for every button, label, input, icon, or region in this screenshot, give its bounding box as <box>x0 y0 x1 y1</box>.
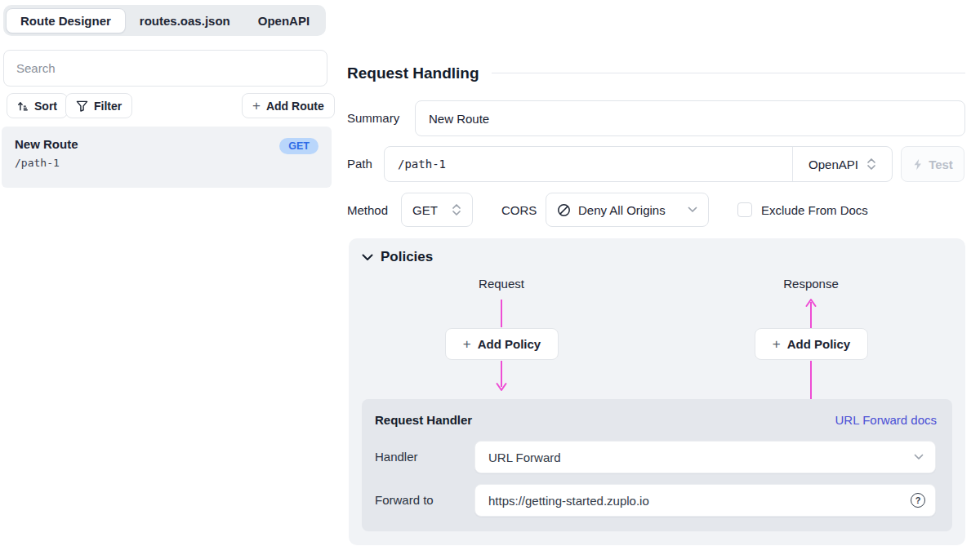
forward-to-label: Forward to <box>375 493 434 507</box>
request-pipeline-label: Request <box>440 277 563 291</box>
request-handler-title: Request Handler <box>375 413 472 427</box>
path-input[interactable] <box>385 147 792 181</box>
tab-route-designer[interactable]: Route Designer <box>6 8 126 33</box>
ban-icon <box>557 203 571 217</box>
request-connector-line <box>501 300 502 327</box>
method-badge: GET <box>279 138 318 154</box>
policies-collapse-toggle[interactable]: Policies <box>362 249 433 265</box>
route-path: /path-1 <box>15 157 318 169</box>
exclude-from-docs-checkbox[interactable] <box>737 202 752 217</box>
path-label: Path <box>347 157 372 171</box>
plus-icon: + <box>463 337 471 351</box>
filter-icon <box>76 100 88 112</box>
tab-openapi[interactable]: OpenAPI <box>244 9 323 33</box>
chevron-down-icon <box>688 206 697 213</box>
exclude-from-docs-label: Exclude From Docs <box>761 203 868 217</box>
request-handler-section: Request Handler URL Forward docs Handler… <box>362 399 952 531</box>
add-policy-label: Add Policy <box>478 337 541 351</box>
help-icon[interactable]: ? <box>911 493 925 508</box>
cors-select[interactable]: Deny All Origins <box>546 193 709 227</box>
tab-routes-oas-json[interactable]: routes.oas.json <box>126 9 244 33</box>
summary-input[interactable] <box>415 100 965 136</box>
cors-value: Deny All Origins <box>578 203 680 217</box>
route-name: New Route <box>15 137 318 151</box>
sort-icon <box>17 100 29 112</box>
route-list-item[interactable]: New Route /path-1 GET <box>2 127 332 188</box>
path-format-value: OpenAPI <box>808 158 858 171</box>
policies-title: Policies <box>381 249 433 265</box>
url-forward-docs-link[interactable]: URL Forward docs <box>835 413 937 427</box>
route-designer-page: Route Designer routes.oas.json OpenAPI S… <box>0 0 980 555</box>
add-route-label: Add Route <box>266 100 324 113</box>
forward-to-field: ? <box>474 484 936 517</box>
chevron-down-icon <box>362 254 373 261</box>
handler-label: Handler <box>375 450 418 464</box>
page-title: Request Handling <box>347 64 479 82</box>
path-field-group: OpenAPI <box>384 146 893 182</box>
method-value: GET <box>412 203 438 217</box>
search-input[interactable] <box>3 50 327 87</box>
add-response-policy-button[interactable]: + Add Policy <box>755 328 868 360</box>
path-format-select[interactable]: OpenAPI <box>793 147 892 181</box>
summary-label: Summary <box>347 111 399 125</box>
add-request-policy-button[interactable]: + Add Policy <box>445 328 559 360</box>
zap-icon <box>912 158 924 171</box>
request-arrow-down <box>496 361 507 392</box>
add-policy-label: Add Policy <box>787 337 851 351</box>
method-label: Method <box>347 203 388 217</box>
sort-label: Sort <box>34 100 57 113</box>
forward-to-input[interactable] <box>488 494 911 508</box>
test-button[interactable]: Test <box>901 146 964 182</box>
method-select[interactable]: GET <box>401 193 473 227</box>
handler-select[interactable]: URL Forward <box>474 441 936 473</box>
header-divider <box>492 73 965 73</box>
add-route-button[interactable]: + Add Route <box>242 93 335 118</box>
filter-button[interactable]: Filter <box>65 93 132 118</box>
plus-icon: + <box>252 99 261 113</box>
chevron-up-down-icon <box>452 203 461 216</box>
response-connector-line <box>810 361 812 399</box>
handler-value: URL Forward <box>488 451 914 464</box>
chevron-up-down-icon <box>866 158 876 171</box>
response-arrow-up <box>805 299 817 328</box>
policies-panel: Policies Request Response + Add Policy +… <box>349 238 965 545</box>
cors-label: CORS <box>501 203 537 217</box>
chevron-down-icon <box>914 454 924 460</box>
plus-icon: + <box>773 337 781 351</box>
response-pipeline-label: Response <box>750 277 872 291</box>
editor-tabbar: Route Designer routes.oas.json OpenAPI <box>3 5 326 36</box>
request-handling-header: Request Handling <box>347 63 965 83</box>
sort-button[interactable]: Sort <box>7 93 68 118</box>
filter-label: Filter <box>94 100 122 113</box>
test-label: Test <box>929 158 953 171</box>
